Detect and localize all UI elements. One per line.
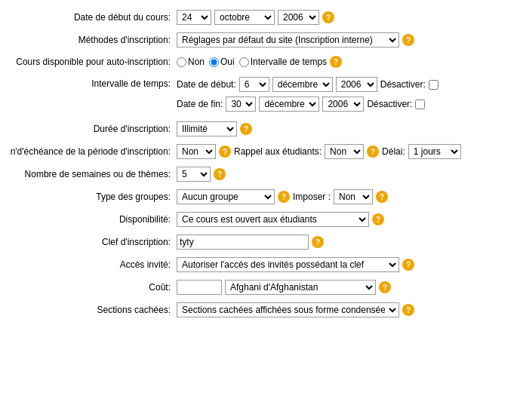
sections-cachees-row: Sections cachées: Sections cachées affic… bbox=[3, 299, 514, 321]
intervalle-fin-year-select[interactable]: 2006 bbox=[322, 97, 364, 112]
duree-select[interactable]: Illimité bbox=[177, 121, 237, 136]
cout-help-icon[interactable]: ? bbox=[379, 281, 391, 293]
echeance-help-icon[interactable]: ? bbox=[219, 146, 231, 158]
auto-inscription-row: Cours disponible pour auto-inscription: … bbox=[3, 51, 514, 72]
duree-help-icon[interactable]: ? bbox=[240, 123, 252, 135]
nb-semaines-controls: 5 ? bbox=[177, 167, 514, 182]
imposer-label: Imposer : bbox=[293, 192, 331, 202]
auto-inscription-controls: Non Oui Intervalle de temps ? bbox=[177, 56, 514, 68]
echeance-controls: Non Oui ? Rappel aux étudiants: Non Oui … bbox=[177, 144, 514, 159]
type-groupes-select[interactable]: Aucun groupe Groupes séparés Groupes vis… bbox=[177, 189, 275, 204]
rappel-select[interactable]: Non Oui bbox=[325, 144, 364, 159]
disponibilite-label: Disponibilité: bbox=[3, 214, 177, 225]
intervalle-debut-label: Date de début: bbox=[177, 79, 236, 90]
date-debut-help-icon[interactable]: ? bbox=[322, 11, 334, 23]
disponibilite-controls: Ce cours est ouvert aux étudiants Ce cou… bbox=[177, 212, 514, 227]
nb-semaines-label: Nombre de semaines ou de thèmes: bbox=[3, 169, 177, 179]
echeance-select[interactable]: Non Oui bbox=[177, 144, 216, 159]
intervalle-label: Intervalle de temps: bbox=[3, 77, 177, 89]
date-debut-day-select[interactable]: 24 bbox=[177, 10, 211, 25]
desactiver-debut-label: Désactiver: bbox=[380, 79, 426, 90]
duree-inscription-controls: Illimité ? bbox=[177, 121, 514, 136]
echeance-label: n'd'échéance de la période d'inscription… bbox=[3, 146, 177, 157]
methodes-help-icon[interactable]: ? bbox=[402, 34, 414, 46]
nb-semaines-row: Nombre de semaines ou de thèmes: 5 ? bbox=[3, 163, 514, 185]
clef-inscription-label: Clef d'inscription: bbox=[3, 237, 177, 247]
nb-semaines-help-icon[interactable]: ? bbox=[214, 168, 226, 180]
intervalle-debut-day-select[interactable]: 6 bbox=[239, 77, 269, 92]
cout-amount-input[interactable] bbox=[177, 280, 222, 295]
methodes-inscription-controls: Réglages par défaut du site (Inscription… bbox=[177, 32, 514, 48]
cout-controls: Afghani d'Afghanistan Dollar américain E… bbox=[177, 280, 514, 295]
settings-form: Date de début du cours: 24 octobre 2006 … bbox=[0, 0, 517, 327]
date-debut-label: Date de début du cours: bbox=[3, 12, 177, 23]
radio-non-label: Non bbox=[188, 57, 205, 67]
intervalle-debut-year-select[interactable]: 2006 bbox=[336, 77, 377, 92]
acces-invite-help-icon[interactable]: ? bbox=[402, 259, 414, 271]
duree-inscription-label: Durée d'inscription: bbox=[3, 124, 177, 134]
cout-currency-select[interactable]: Afghani d'Afghanistan Dollar américain E… bbox=[225, 280, 376, 295]
intervalle-debut-month-select[interactable]: décembre bbox=[272, 77, 333, 92]
disponibilite-select[interactable]: Ce cours est ouvert aux étudiants Ce cou… bbox=[177, 212, 369, 227]
intervalle-fin-month-select[interactable]: décembre bbox=[259, 97, 319, 112]
desactiver-debut-checkbox[interactable] bbox=[429, 80, 439, 90]
radio-oui-input[interactable] bbox=[209, 57, 219, 67]
desactiver-fin-label: Désactiver: bbox=[367, 99, 412, 109]
auto-inscription-radio-group: Non Oui Intervalle de temps bbox=[177, 57, 327, 67]
auto-inscription-label: Cours disponible pour auto-inscription: bbox=[3, 57, 177, 67]
sections-cachees-select[interactable]: Sections cachées affichées sous forme co… bbox=[177, 302, 399, 317]
echeance-row: n'd'échéance de la période d'inscription… bbox=[3, 140, 514, 163]
intervalle-controls: Date de début: 6 décembre 2006 Désactive… bbox=[177, 77, 514, 114]
intervalle-fin-label: Date de fin: bbox=[177, 99, 223, 109]
acces-invite-controls: Autoriser l'accès des invités possédant … bbox=[177, 257, 514, 272]
clef-inscription-help-icon[interactable]: ? bbox=[312, 236, 324, 248]
radio-oui: Oui bbox=[209, 57, 235, 67]
disponibilite-help-icon[interactable]: ? bbox=[372, 213, 384, 225]
delai-label: Délai: bbox=[382, 146, 405, 157]
date-debut-month-select[interactable]: octobre bbox=[214, 10, 275, 25]
clef-inscription-input[interactable] bbox=[177, 235, 309, 250]
intervalle-row: Intervalle de temps: Date de début: 6 dé… bbox=[3, 72, 514, 118]
acces-invite-select[interactable]: Autoriser l'accès des invités possédant … bbox=[177, 257, 399, 272]
type-groupes-controls: Aucun groupe Groupes séparés Groupes vis… bbox=[177, 189, 514, 204]
methodes-select[interactable]: Réglages par défaut du site (Inscription… bbox=[177, 32, 399, 48]
radio-oui-label: Oui bbox=[220, 57, 235, 67]
sections-cachees-label: Sections cachées: bbox=[3, 305, 177, 315]
type-groupes-label: Type des groupes: bbox=[3, 192, 177, 202]
clef-inscription-controls: ? bbox=[177, 235, 514, 250]
intervalle-fin-row: Date de fin: 30 décembre 2006 Désactiver… bbox=[177, 97, 439, 112]
methodes-inscription-label: Méthodes d'inscription: bbox=[3, 35, 177, 45]
cout-row: Coût: Afghani d'Afghanistan Dollar améri… bbox=[3, 276, 514, 299]
rappel-help-icon[interactable]: ? bbox=[367, 146, 379, 158]
methodes-inscription-row: Méthodes d'inscription: Réglages par déf… bbox=[3, 29, 514, 51]
date-debut-year-select[interactable]: 2006 bbox=[278, 10, 319, 25]
radio-non: Non bbox=[177, 57, 205, 67]
duree-inscription-row: Durée d'inscription: Illimité ? bbox=[3, 118, 514, 140]
imposer-select[interactable]: Non Oui bbox=[334, 189, 373, 204]
intervalle-fin-day-select[interactable]: 30 bbox=[226, 97, 256, 112]
rappel-label: Rappel aux étudiants: bbox=[234, 146, 322, 157]
cout-label: Coût: bbox=[3, 282, 177, 293]
intervalle-debut-row: Date de début: 6 décembre 2006 Désactive… bbox=[177, 77, 439, 92]
imposer-help-icon[interactable]: ? bbox=[376, 191, 388, 203]
radio-intervalle-input[interactable] bbox=[239, 57, 249, 67]
disponibilite-row: Disponibilité: Ce cours est ouvert aux é… bbox=[3, 208, 514, 231]
radio-intervalle-label: Intervalle de temps bbox=[251, 57, 327, 67]
radio-non-input[interactable] bbox=[177, 57, 186, 67]
delai-select[interactable]: 1 jours 2 jours 3 jours bbox=[408, 144, 461, 159]
type-groupes-help-icon[interactable]: ? bbox=[278, 191, 290, 203]
desactiver-fin-checkbox[interactable] bbox=[415, 100, 425, 109]
sections-cachees-controls: Sections cachées affichées sous forme co… bbox=[177, 302, 514, 317]
acces-invite-row: Accès invité: Autoriser l'accès des invi… bbox=[3, 253, 514, 276]
date-debut-controls: 24 octobre 2006 ? bbox=[177, 10, 514, 25]
acces-invite-label: Accès invité: bbox=[3, 259, 177, 270]
date-debut-row: Date de début du cours: 24 octobre 2006 … bbox=[3, 6, 514, 29]
interval-container: Date de début: 6 décembre 2006 Désactive… bbox=[177, 77, 439, 114]
radio-intervalle: Intervalle de temps bbox=[239, 57, 327, 67]
auto-inscription-help-icon[interactable]: ? bbox=[330, 56, 342, 68]
nb-semaines-select[interactable]: 5 bbox=[177, 167, 211, 182]
sections-cachees-help-icon[interactable]: ? bbox=[402, 304, 414, 316]
clef-inscription-row: Clef d'inscription: ? bbox=[3, 231, 514, 253]
type-groupes-row: Type des groupes: Aucun groupe Groupes s… bbox=[3, 185, 514, 208]
